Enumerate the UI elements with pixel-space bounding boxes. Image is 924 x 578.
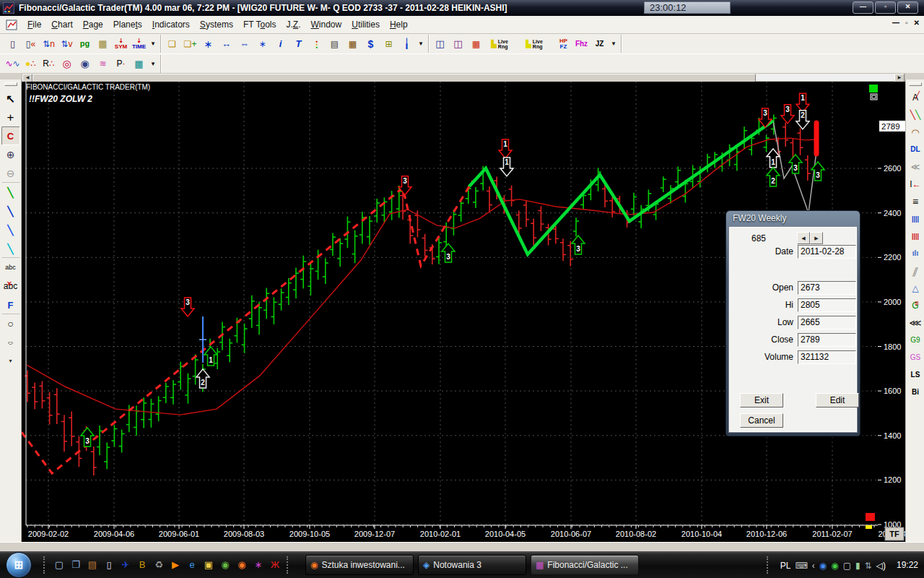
pg-icon[interactable]: pg (76, 35, 94, 53)
close-button[interactable]: ✕ (897, 1, 918, 14)
menu-systems[interactable]: Systems (195, 17, 238, 32)
chart-windows-icon[interactable]: ◫ (449, 35, 467, 53)
cascade-icon[interactable]: ❏ (163, 35, 181, 53)
triangle-tool[interactable]: △ (906, 280, 924, 297)
task-fibonacci[interactable]: ▦Fibonacci/Galactic ... (531, 555, 639, 575)
time-icon[interactable]: ⇣TIME (130, 35, 148, 53)
minimize-button[interactable]: — (853, 1, 873, 14)
mdi-restore-button[interactable]: ▫ (905, 19, 908, 27)
media-folder-icon[interactable]: ▤ (85, 557, 100, 573)
gold-b-icon[interactable]: B (135, 557, 149, 573)
calendar-icon[interactable]: ▦ (344, 35, 362, 53)
hlines-tool[interactable]: ≡ (906, 193, 924, 210)
fhz-icon[interactable]: Fhz (572, 35, 590, 53)
window-grid-icon[interactable]: ▦ (94, 35, 112, 53)
open-field[interactable]: 2673 (798, 281, 856, 295)
low-field[interactable]: 2665 (798, 316, 856, 329)
aspect-lines-icon[interactable]: ≋ (94, 55, 112, 72)
bar-width-icon[interactable]: ↔ (217, 35, 235, 53)
network-icon[interactable]: ⇅ (865, 561, 872, 571)
explorer-icon[interactable]: ❐ (69, 557, 83, 573)
dollar-icon[interactable]: $ (362, 35, 380, 53)
task-sztuka[interactable]: ◉Sztuka inwestowani... (305, 555, 414, 575)
biorhythm-icon[interactable]: ∿∿ (4, 55, 22, 72)
magnet-tool[interactable]: C (1, 126, 20, 145)
lang-indicator[interactable]: PL (780, 561, 791, 571)
chart-window-icon[interactable]: ◫ (431, 35, 449, 53)
target-icon[interactable]: ◎ (58, 55, 76, 72)
color-grid-icon[interactable]: ▦ (467, 35, 485, 53)
menu-planets[interactable]: Planets (108, 17, 147, 32)
info-icon[interactable]: i (271, 35, 289, 53)
expand-bars-icon[interactable]: ⇔ (235, 35, 253, 53)
bi-tool[interactable]: Bi (906, 384, 924, 401)
ellipse-tool[interactable]: ○ (1, 333, 20, 352)
mdi-minimize-button[interactable]: — (892, 19, 899, 27)
dropdown-icon[interactable]: ▾ (148, 55, 158, 72)
fan-tool[interactable]: ⋘ (906, 314, 924, 332)
asterisk-icon[interactable]: ∗ (253, 35, 271, 53)
ms-icon[interactable]: Ж (268, 557, 282, 573)
menu-window[interactable]: Window (306, 17, 347, 32)
live-range-1-icon[interactable]: ▙Live Rng (485, 35, 520, 53)
fan-lines-tool[interactable]: ╲╲ (906, 106, 924, 124)
angle-a-tool[interactable]: A╱ (906, 89, 924, 106)
volume-field[interactable]: 321132 (798, 350, 856, 364)
dl-tool[interactable]: DL (906, 141, 924, 158)
tray-display-icon[interactable]: ▢ (843, 561, 851, 571)
recycle-bin-icon[interactable]: ♻ (152, 557, 166, 573)
toolbar-handle[interactable] (909, 82, 922, 86)
menu-utilities[interactable]: Utilities (346, 17, 385, 32)
sym-icon[interactable]: ⇣SYM (112, 35, 130, 53)
planet-circle-icon[interactable]: ◉ (76, 55, 94, 72)
firefox-icon[interactable]: ◉ (235, 557, 249, 573)
dialog-title[interactable]: FW20 Weekly (726, 211, 860, 228)
more-tools-arrow[interactable]: ▾ (1, 352, 20, 371)
close-field[interactable]: 2789 (798, 333, 856, 347)
volume-icon[interactable]: ◁) (876, 561, 886, 571)
trendline-green-tool[interactable]: ╲ (1, 183, 20, 202)
pointer-tool[interactable]: ↖ (1, 89, 20, 108)
retrograde-icon[interactable]: R∴ (40, 55, 58, 72)
vlines-red-tool[interactable]: |||| (906, 228, 924, 245)
hp-fz-icon[interactable]: HPFZ (554, 35, 572, 53)
jz-icon[interactable]: JZ (590, 35, 609, 53)
tray-app1-icon[interactable]: ◉ (819, 561, 827, 571)
menu-help[interactable]: Help (385, 17, 413, 32)
dropdown-icon[interactable]: ▾ (148, 35, 158, 53)
tray-app2-icon[interactable]: ◉ (831, 561, 838, 571)
keyboard-icon[interactable]: ⌨ (795, 561, 807, 571)
ticks-n-icon[interactable]: ⇅n (40, 35, 58, 53)
zoom-in-tool[interactable]: ⊕ (1, 145, 20, 164)
i-line-tool[interactable]: I← (906, 176, 924, 193)
task-notowania[interactable]: ◈Notowania 3 (418, 555, 526, 575)
marker-cyan-tool[interactable]: ╲ (1, 239, 20, 258)
horizontal-scrollbar[interactable]: ◀ ▶ (22, 73, 905, 82)
mdi-close-button[interactable]: ✕ (914, 19, 920, 27)
chrome-icon[interactable]: ◉ (218, 557, 232, 573)
planet-trail-icon[interactable]: ●∴ (22, 55, 40, 72)
font-tool[interactable]: F (1, 296, 20, 314)
circle-tool[interactable]: ○ (1, 314, 20, 333)
data-window-dialog[interactable]: FW20 Weekly 685 ◀ ▶ Date2011-02-28Open26… (725, 210, 860, 436)
toolbar-handle[interactable] (4, 82, 17, 86)
trendline-blue-tool[interactable]: ╲ (1, 202, 20, 220)
notepad-icon[interactable]: ▯ (102, 557, 116, 573)
cancel-button[interactable]: Cancel (740, 413, 783, 428)
vlines-blue-tool[interactable]: |||| (906, 210, 924, 228)
prev-record-button[interactable]: ◀ (797, 232, 810, 244)
chevron-icon[interactable]: ‹ (812, 561, 815, 571)
start-button[interactable]: ⊞ (6, 552, 32, 578)
menu-fttools[interactable]: FT Tools (238, 17, 282, 32)
text-label-icon[interactable]: T (289, 35, 308, 53)
cascade-add-icon[interactable]: ❏+ (181, 35, 199, 53)
dropdown-icon[interactable]: ▾ (609, 35, 619, 53)
ticks-v-icon[interactable]: ⇅v (58, 35, 76, 53)
edit-button[interactable]: Edit (816, 393, 859, 407)
traffic-light-icon[interactable]: ●●● (308, 35, 326, 53)
menu-chart[interactable]: Chart (46, 17, 77, 32)
menu-indicators[interactable]: Indicators (147, 17, 195, 32)
battery-icon[interactable]: ▮ (855, 561, 860, 571)
exit-button[interactable]: Exit (740, 393, 783, 407)
show-desktop-icon[interactable]: ▢ (52, 557, 66, 573)
